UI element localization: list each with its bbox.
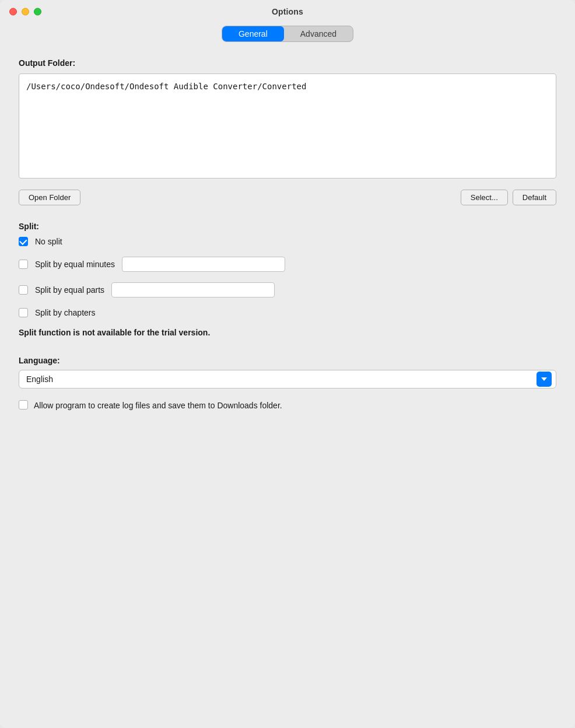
split-minutes-checkbox[interactable] [19, 260, 28, 269]
log-files-label: Allow program to create log files and sa… [34, 400, 282, 412]
tab-group: General Advanced [222, 26, 353, 42]
log-files-row: Allow program to create log files and sa… [19, 400, 556, 412]
no-split-checkbox[interactable] [19, 237, 28, 246]
tab-general[interactable]: General [222, 26, 284, 41]
title-bar: Options [0, 0, 575, 23]
split-section: Split: No split Split by equal minutes 0… [19, 222, 556, 337]
traffic-lights [9, 8, 41, 16]
tab-advanced[interactable]: Advanced [284, 26, 353, 41]
language-section: Language: English Chinese Japanese Korea… [19, 356, 556, 388]
content-area: Output Folder: /Users/coco/Ondesoft/Onde… [0, 51, 575, 728]
language-label: Language: [19, 356, 556, 365]
minimize-button[interactable] [22, 8, 29, 16]
output-folder-label: Output Folder: [19, 58, 556, 68]
split-row-no-split: No split [19, 237, 556, 246]
select-button[interactable]: Select... [461, 190, 508, 205]
output-folder-input[interactable]: /Users/coco/Ondesoft/Ondesoft Audible Co… [19, 74, 556, 178]
split-chapters-label: Split by chapters [35, 308, 96, 317]
folder-button-row: Open Folder Select... Default [19, 190, 556, 205]
options-window: Options General Advanced Output Folder: … [0, 0, 575, 728]
language-select-wrapper: English Chinese Japanese Korean French G… [19, 370, 556, 388]
no-split-label: No split [35, 237, 62, 246]
split-row-chapters: Split by chapters [19, 308, 556, 317]
split-minutes-label: Split by equal minutes [35, 260, 115, 269]
default-button[interactable]: Default [513, 190, 556, 205]
split-row-parts: Split by equal parts 0 [19, 282, 556, 298]
language-select[interactable]: English Chinese Japanese Korean French G… [19, 370, 556, 388]
split-minutes-input[interactable]: 0 [122, 257, 285, 272]
split-parts-label: Split by equal parts [35, 285, 104, 295]
open-folder-button[interactable]: Open Folder [19, 190, 80, 205]
tab-bar: General Advanced [0, 23, 575, 51]
split-parts-input[interactable]: 0 [111, 282, 275, 298]
split-trial-note: Split function is not available for the … [19, 328, 556, 337]
right-buttons: Select... Default [461, 190, 556, 205]
close-button[interactable] [9, 8, 17, 16]
split-parts-checkbox[interactable] [19, 285, 28, 295]
maximize-button[interactable] [34, 8, 41, 16]
window-title: Options [272, 7, 303, 16]
split-row-minutes: Split by equal minutes 0 [19, 257, 556, 272]
split-chapters-checkbox[interactable] [19, 308, 28, 317]
log-files-checkbox[interactable] [19, 400, 28, 410]
split-label: Split: [19, 222, 556, 231]
